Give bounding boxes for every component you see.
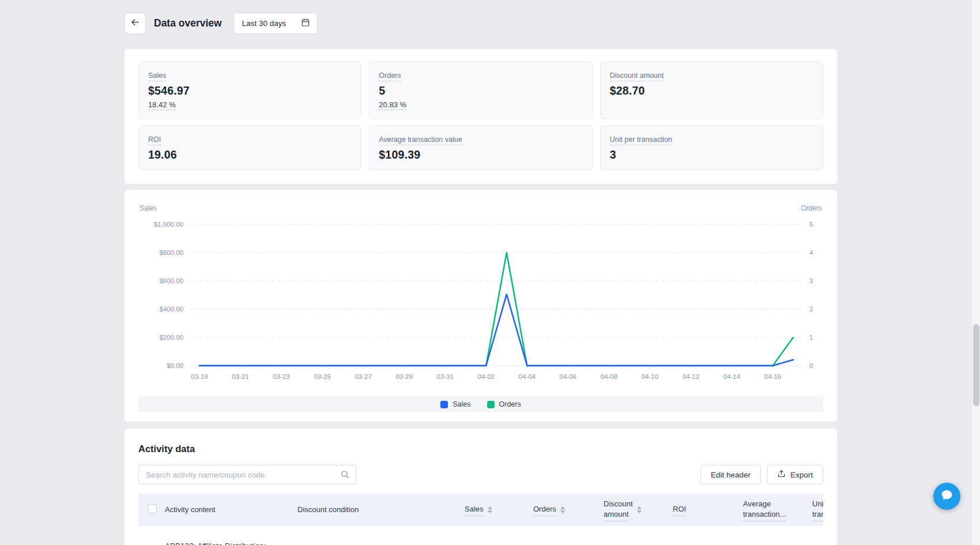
metric-sub-value[interactable]: 20.83 %	[379, 100, 406, 110]
column-header-sales[interactable]: Sales	[465, 504, 533, 516]
svg-text:04-12: 04-12	[683, 373, 699, 380]
export-label: Export	[790, 471, 813, 479]
svg-text:04-08: 04-08	[601, 373, 617, 380]
edit-header-label: Edit header	[711, 471, 751, 479]
svg-text:04-04: 04-04	[519, 373, 536, 380]
back-arrow-icon	[130, 17, 141, 30]
metric-value: 3	[610, 148, 813, 161]
svg-text:2: 2	[809, 306, 813, 313]
column-header-average-transaction: Average transaction...	[743, 499, 812, 521]
svg-text:03-31: 03-31	[436, 373, 453, 380]
select-all-checkbox[interactable]	[148, 504, 157, 513]
export-button[interactable]: Export	[767, 465, 823, 484]
date-range-label: Last 30 days	[242, 19, 287, 28]
date-range-button[interactable]: Last 30 days	[233, 13, 318, 34]
svg-text:Sales: Sales	[140, 204, 157, 212]
chat-launcher-button[interactable]	[933, 483, 960, 510]
calendar-icon	[301, 18, 310, 29]
svg-text:$0.00: $0.00	[167, 362, 183, 369]
legend-label: Orders	[499, 400, 521, 408]
page-header: Data overview Last 30 days	[125, 13, 837, 34]
sort-icon	[488, 506, 492, 513]
svg-text:04-16: 04-16	[764, 373, 781, 380]
metrics-grid: Sales $546.97 18.42 % Orders 5 20.83 % D…	[138, 62, 823, 170]
svg-text:4: 4	[809, 249, 813, 256]
metrics-panel: Sales $546.97 18.42 % Orders 5 20.83 % D…	[125, 49, 837, 184]
metric-card-discount-amount: Discount amount $28.70	[600, 62, 823, 119]
metric-label[interactable]: Sales	[148, 72, 166, 81]
svg-text:04-02: 04-02	[478, 373, 495, 380]
search-icon	[340, 469, 350, 482]
table-header-row: Activity content Discount condition Sale…	[138, 494, 823, 526]
svg-text:04-06: 04-06	[560, 373, 576, 380]
metric-card-unit-per-transaction: Unit per transaction 3	[600, 126, 823, 170]
metric-card-sales: Sales $546.97 18.42 %	[138, 62, 361, 119]
svg-text:03-27: 03-27	[355, 373, 371, 380]
back-button[interactable]	[125, 13, 146, 34]
chart-legend: Sales Orders	[138, 396, 823, 412]
metric-card-orders: Orders 5 20.83 %	[369, 62, 592, 119]
metric-label[interactable]: Discount amount	[610, 72, 664, 81]
svg-text:1: 1	[809, 334, 813, 341]
svg-text:04-10: 04-10	[642, 373, 658, 380]
vertical-scrollbar	[971, 0, 980, 545]
metric-value: $546.97	[148, 84, 352, 97]
svg-text:Orders: Orders	[801, 204, 822, 212]
metric-label[interactable]: Unit per transaction	[610, 136, 672, 145]
legend-item-sales[interactable]: Sales	[440, 400, 470, 408]
svg-text:03-21: 03-21	[232, 373, 248, 380]
column-header-discount-condition: Discount condition	[297, 505, 465, 515]
svg-text:03-19: 03-19	[191, 373, 208, 380]
search-box	[138, 465, 356, 484]
table-row: ABB123: Affiliate Distribution: Basic di…	[138, 526, 823, 545]
column-header-orders[interactable]: Orders	[533, 504, 604, 516]
activity-panel: Activity data Edit header Export	[125, 429, 837, 545]
metric-label[interactable]: Orders	[379, 72, 401, 81]
activity-table: Activity content Discount condition Sale…	[138, 494, 823, 545]
main-content: Data overview Last 30 days Sales $546.97…	[125, 0, 837, 545]
metric-value: 19.06	[148, 148, 352, 161]
edit-header-button[interactable]: Edit header	[700, 465, 761, 484]
svg-text:$200.00: $200.00	[159, 334, 183, 341]
search-input[interactable]	[138, 465, 356, 484]
orders-swatch-icon	[487, 401, 495, 408]
scrollbar-thumb[interactable]	[973, 324, 979, 406]
metric-card-roi: ROI 19.06	[138, 126, 361, 170]
column-header-activity-content: Activity content	[165, 505, 297, 515]
metric-value: $109.39	[379, 148, 582, 161]
toolbar-buttons: Edit header Export	[700, 465, 823, 484]
svg-text:3: 3	[809, 277, 813, 284]
export-icon	[777, 469, 786, 480]
sales-swatch-icon	[440, 401, 448, 408]
svg-text:$800.00: $800.00	[159, 249, 183, 256]
svg-text:$600.00: $600.00	[159, 277, 183, 284]
svg-text:04-14: 04-14	[723, 373, 741, 380]
activity-toolbar: Edit header Export	[138, 465, 823, 484]
column-header-unit-per-transaction: Unit per transaction...	[812, 499, 823, 521]
chat-bubble-icon	[940, 488, 953, 504]
svg-text:03-23: 03-23	[273, 373, 289, 380]
sort-icon	[637, 506, 642, 513]
column-header-discount-amount[interactable]: Discount amount	[604, 499, 673, 521]
metric-value: $28.70	[610, 84, 813, 97]
legend-item-orders[interactable]: Orders	[487, 400, 521, 408]
page-title: Data overview	[154, 17, 222, 29]
svg-text:03-29: 03-29	[395, 373, 412, 380]
metric-card-average-transaction-value: Average transaction value $109.39	[369, 126, 592, 170]
legend-label: Sales	[453, 400, 470, 408]
svg-text:$400.00: $400.00	[159, 306, 183, 313]
column-header-roi: ROI	[673, 504, 743, 516]
metric-sub-value[interactable]: 18.42 %	[148, 100, 176, 110]
svg-text:03-25: 03-25	[314, 373, 330, 380]
metric-label[interactable]: ROI	[148, 136, 161, 145]
svg-text:0: 0	[809, 362, 813, 369]
svg-text:$1,000.00: $1,000.00	[154, 221, 183, 228]
chart-panel: SalesOrders$0.000$200.001$400.002$600.00…	[125, 190, 837, 422]
metric-value: 5	[379, 84, 582, 97]
sort-icon	[560, 506, 565, 513]
svg-text:5: 5	[809, 221, 813, 228]
activity-section-title: Activity data	[138, 443, 823, 454]
cell-activity-content: ABB123: Affiliate Distribution: Basic di…	[165, 540, 297, 545]
sales-orders-chart: SalesOrders$0.000$200.001$400.002$600.00…	[138, 201, 823, 392]
metric-label[interactable]: Average transaction value	[379, 136, 462, 145]
